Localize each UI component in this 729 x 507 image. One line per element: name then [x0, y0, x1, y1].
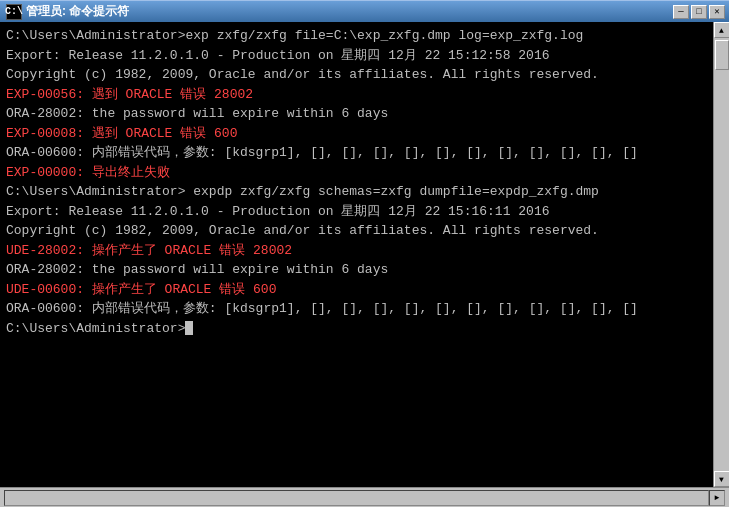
terminal-line: ORA-00600: 内部错误代码，参数: [kdsgrp1], [], [],… — [6, 299, 707, 319]
terminal-line: ORA-28002: the password will expire with… — [6, 260, 707, 280]
maximize-button[interactable]: □ — [691, 5, 707, 19]
title-bar: C:\ 管理员: 命令提示符 ─ □ ✕ — [0, 0, 729, 22]
scroll-down-button[interactable]: ▼ — [714, 471, 730, 487]
main-container: C:\Users\Administrator>exp zxfg/zxfg fil… — [0, 22, 729, 487]
scroll-track — [714, 38, 729, 471]
scroll-up-button[interactable]: ▲ — [714, 22, 730, 38]
terminal-line: ORA-00600: 内部错误代码，参数: [kdsgrp1], [], [],… — [6, 143, 707, 163]
terminal-line: EXP-00008: 遇到 ORACLE 错误 600 — [6, 124, 707, 144]
title-bar-buttons: ─ □ ✕ — [673, 5, 725, 19]
scroll-thumb[interactable] — [715, 40, 729, 70]
terminal-line: UDE-00600: 操作产生了 ORACLE 错误 600 — [6, 280, 707, 300]
terminal-output[interactable]: C:\Users\Administrator>exp zxfg/zxfg fil… — [0, 22, 713, 487]
terminal-line: EXP-00056: 遇到 ORACLE 错误 28002 — [6, 85, 707, 105]
terminal-line: Export: Release 11.2.0.1.0 - Production … — [6, 202, 707, 222]
app-icon: C:\ — [6, 4, 22, 20]
status-bar: ► — [0, 487, 729, 507]
scrollbar[interactable]: ▲ ▼ — [713, 22, 729, 487]
terminal-line: EXP-00000: 导出终止失败 — [6, 163, 707, 183]
status-text — [4, 490, 709, 506]
minimize-button[interactable]: ─ — [673, 5, 689, 19]
terminal-line: Copyright (c) 1982, 2009, Oracle and/or … — [6, 65, 707, 85]
close-button[interactable]: ✕ — [709, 5, 725, 19]
terminal-line: ORA-28002: the password will expire with… — [6, 104, 707, 124]
terminal-line: Copyright (c) 1982, 2009, Oracle and/or … — [6, 221, 707, 241]
terminal-line: C:\Users\Administrator>exp zxfg/zxfg fil… — [6, 26, 707, 46]
terminal-line: C:\Users\Administrator> — [6, 319, 707, 339]
terminal-line: Export: Release 11.2.0.1.0 - Production … — [6, 46, 707, 66]
scroll-right-button[interactable]: ► — [709, 490, 725, 506]
window-title: 管理员: 命令提示符 — [26, 3, 129, 20]
title-bar-left: C:\ 管理员: 命令提示符 — [6, 3, 129, 20]
cursor-blink — [185, 321, 193, 335]
terminal-line: UDE-28002: 操作产生了 ORACLE 错误 28002 — [6, 241, 707, 261]
terminal-line: C:\Users\Administrator> expdp zxfg/zxfg … — [6, 182, 707, 202]
